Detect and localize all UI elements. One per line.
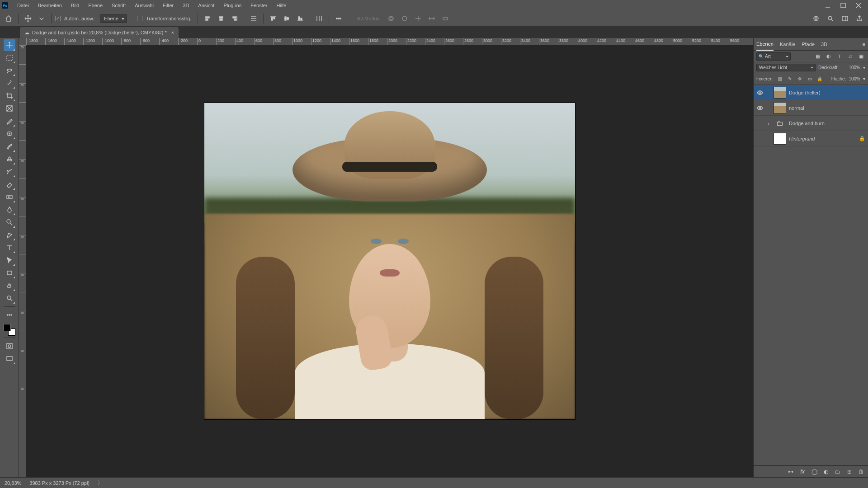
layer-name[interactable]: normal <box>789 105 865 111</box>
hand-tool[interactable] <box>4 280 15 291</box>
status-more-icon[interactable]: 〉 <box>98 479 103 486</box>
filter-shape-icon[interactable]: ▱ <box>846 52 854 61</box>
lock-position-icon[interactable]: ✥ <box>796 75 803 83</box>
distribute-v-icon[interactable] <box>313 13 325 24</box>
type-tool[interactable] <box>4 242 15 253</box>
history-brush-tool[interactable] <box>4 166 15 178</box>
menu-ebene[interactable]: Ebene <box>84 0 107 11</box>
minimize-button[interactable] <box>820 0 835 11</box>
screen-mode-icon[interactable] <box>4 353 15 365</box>
panel-tab-ebenen[interactable]: Ebenen <box>756 38 774 51</box>
share-icon[interactable] <box>854 13 865 24</box>
lock-transparency-icon[interactable]: ▨ <box>776 75 783 83</box>
magic-wand-tool[interactable] <box>4 77 15 89</box>
gradient-tool[interactable] <box>4 191 15 203</box>
document-tab[interactable]: ☁ Dodge and burn.psdc bei 20,8% (Dodge (… <box>20 27 179 38</box>
canvas-area[interactable]: -1800-1600-1400-1200-1000-800-600-400-20… <box>19 38 753 477</box>
align-center-v-icon[interactable] <box>281 13 292 24</box>
healing-brush-tool[interactable] <box>4 128 15 140</box>
layer-filter-kind-dropdown[interactable]: Art <box>756 52 791 61</box>
lock-all-icon[interactable]: 🔒 <box>816 75 823 83</box>
move-tool[interactable] <box>4 39 15 51</box>
adjustment-layer-icon[interactable]: ◐ <box>822 468 830 476</box>
menu-auswahl[interactable]: Auswahl <box>130 0 158 11</box>
crop-tool[interactable] <box>4 90 15 102</box>
align-center-h-icon[interactable] <box>215 13 227 24</box>
foreground-color-swatch[interactable] <box>4 324 11 331</box>
layer-row[interactable]: normal <box>754 100 868 116</box>
pen-tool[interactable] <box>4 229 15 241</box>
document-canvas[interactable] <box>26 45 753 477</box>
panel-tab-3d[interactable]: 3D <box>821 38 827 51</box>
color-swatches[interactable] <box>4 324 15 336</box>
auto-select-checkbox[interactable] <box>55 16 61 21</box>
filter-smart-icon[interactable]: ▣ <box>857 52 865 61</box>
menu-3d[interactable]: 3D <box>178 0 193 11</box>
layer-row[interactable]: ›🗀Dodge and burn <box>754 116 868 131</box>
clone-stamp-tool[interactable] <box>4 153 15 165</box>
layer-fx-icon[interactable]: fx <box>798 468 807 476</box>
auto-select-target-dropdown[interactable]: Ebene <box>100 14 127 23</box>
eraser-tool[interactable] <box>4 178 15 190</box>
ruler-horizontal[interactable]: -1800-1600-1400-1200-1000-800-600-400-20… <box>26 38 753 45</box>
align-left-icon[interactable] <box>202 13 213 24</box>
zoom-tool[interactable] <box>4 292 15 304</box>
layer-name[interactable]: Hintergrund <box>789 136 856 141</box>
lock-pixels-icon[interactable]: ✎ <box>786 75 793 83</box>
dodge-tool[interactable] <box>4 216 15 228</box>
delete-layer-icon[interactable]: 🗑 <box>857 468 865 476</box>
layer-visibility-icon[interactable] <box>756 120 764 127</box>
path-selection-tool[interactable] <box>4 254 15 266</box>
layer-row[interactable]: Hintergrund🔒 <box>754 131 868 146</box>
fill-value[interactable]: 100% <box>849 76 860 81</box>
menu-bild[interactable]: Bild <box>66 0 84 11</box>
lock-artboard-icon[interactable]: ▭ <box>806 75 813 83</box>
layer-group-icon[interactable]: 🗀 <box>834 468 842 476</box>
filter-adjustment-icon[interactable]: ◐ <box>825 52 833 61</box>
panel-tab-kanäle[interactable]: Kanäle <box>780 38 795 51</box>
panel-menu-icon[interactable]: ≡ <box>863 42 865 47</box>
close-tab-icon[interactable]: × <box>171 30 174 35</box>
layer-name[interactable]: Dodge and burn <box>789 121 865 126</box>
new-layer-icon[interactable]: ⊞ <box>845 468 854 476</box>
workspace-icon[interactable] <box>839 13 851 24</box>
marquee-tool[interactable] <box>4 52 15 64</box>
align-top-icon[interactable] <box>267 13 279 24</box>
ruler-origin[interactable] <box>19 38 26 45</box>
quick-mask-icon[interactable] <box>4 340 15 352</box>
align-right-icon[interactable] <box>229 13 241 24</box>
blur-tool[interactable] <box>4 204 15 216</box>
move-tool-icon[interactable] <box>22 13 34 24</box>
align-bottom-icon[interactable] <box>294 13 306 24</box>
link-layers-icon[interactable]: ⊶ <box>787 468 795 476</box>
more-options-icon[interactable] <box>333 13 344 24</box>
edit-toolbar-icon[interactable] <box>4 309 15 321</box>
layer-thumbnail[interactable] <box>774 102 786 114</box>
distribute-icon[interactable] <box>248 13 259 24</box>
home-button[interactable] <box>3 13 14 24</box>
brush-tool[interactable] <box>4 141 15 152</box>
fill-dropdown-icon[interactable]: ▾ <box>863 76 865 81</box>
layer-mask-icon[interactable]: ◯ <box>810 468 818 476</box>
layer-visibility-icon[interactable] <box>756 135 764 142</box>
eyedropper-tool[interactable] <box>4 115 15 127</box>
close-window-button[interactable] <box>851 0 866 11</box>
menu-schrift[interactable]: Schrift <box>107 0 130 11</box>
search-icon[interactable] <box>825 13 836 24</box>
lock-icon[interactable]: 🔒 <box>859 136 865 141</box>
menu-datei[interactable]: Datei <box>13 0 33 11</box>
menu-fenster[interactable]: Fenster <box>246 0 272 11</box>
cloud-docs-icon[interactable] <box>810 13 822 24</box>
layer-thumbnail[interactable] <box>774 133 786 145</box>
panel-tab-pfade[interactable]: Pfade <box>802 38 815 51</box>
opacity-value[interactable]: 100% <box>841 65 860 70</box>
blend-mode-dropdown[interactable]: Weiches Licht <box>756 64 816 71</box>
menu-plug-ins[interactable]: Plug-ins <box>219 0 246 11</box>
lasso-tool[interactable] <box>4 65 15 76</box>
layer-thumbnail[interactable] <box>774 87 786 99</box>
layer-name[interactable]: Dodge (heller) <box>789 90 865 95</box>
tool-preset-dropdown[interactable] <box>36 13 47 24</box>
menu-filter[interactable]: Filter <box>158 0 178 11</box>
menu-ansicht[interactable]: Ansicht <box>193 0 219 11</box>
filter-type-icon[interactable]: T <box>835 52 844 61</box>
